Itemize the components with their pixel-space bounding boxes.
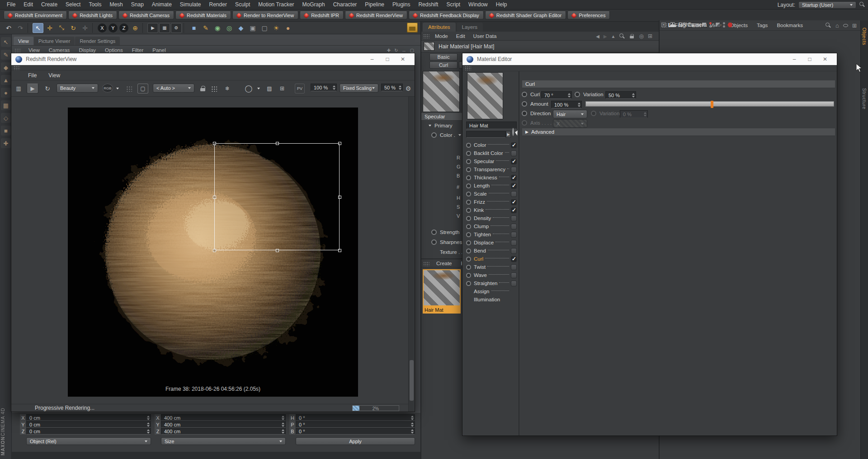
- coordinate-input[interactable]: 0 cm: [26, 428, 151, 435]
- left-tool-diamond[interactable]: ◇: [1, 113, 11, 123]
- grid-icon[interactable]: [210, 84, 218, 94]
- viewport-menu-item[interactable]: Options: [101, 47, 127, 53]
- spinner-icon[interactable]: [410, 415, 415, 421]
- renderview-titlebar[interactable]: Redshift RenderView – □ ✕: [11, 53, 415, 65]
- snapshot-icon[interactable]: ▥: [14, 84, 23, 94]
- curl-radio[interactable]: [522, 92, 527, 97]
- rotate-view-icon[interactable]: ↻: [394, 48, 398, 53]
- circle-overlay-icon[interactable]: ◯: [244, 84, 253, 94]
- menu-item[interactable]: Help: [492, 0, 511, 9]
- redshift-toolbar-button[interactable]: Preferences: [567, 11, 610, 19]
- material-name-field[interactable]: Hair Mat: [466, 122, 517, 129]
- coordinate-input[interactable]: 400 cm: [161, 428, 286, 435]
- attribute-subtab[interactable]: Basic: [429, 53, 458, 61]
- channel-row[interactable]: Color: [462, 141, 519, 149]
- material-thumbnail-hair-mat[interactable]: [423, 269, 461, 306]
- material-preview-thumbnail[interactable]: [423, 71, 460, 112]
- channel-checkbox[interactable]: [511, 281, 517, 286]
- menu-item[interactable]: Mesh: [105, 0, 127, 9]
- channel-row[interactable]: Thickness: [462, 173, 519, 182]
- target-icon[interactable]: ◎: [639, 33, 643, 39]
- object-row[interactable]: + L0 RS Camera: [661, 20, 732, 29]
- render-view-button[interactable]: ▶: [147, 23, 158, 33]
- menu-item[interactable]: Script: [442, 0, 464, 9]
- z-axis-lock-button[interactable]: Z: [119, 23, 128, 33]
- mograph-menu[interactable]: ◉: [212, 23, 223, 33]
- channel-radio[interactable]: [466, 208, 471, 213]
- dither-icon[interactable]: [125, 84, 133, 94]
- left-tool-gem[interactable]: ◆: [1, 62, 11, 72]
- undo-icon[interactable]: ↶: [3, 23, 14, 33]
- marquee-handle[interactable]: [213, 249, 216, 252]
- channel-row[interactable]: Backlit Color: [462, 149, 519, 157]
- pv-icon[interactable]: PV: [295, 84, 305, 94]
- left-tool-pen[interactable]: ✎: [1, 50, 11, 60]
- redshift-tag-icon[interactable]: [727, 23, 732, 28]
- spinner-icon[interactable]: [146, 415, 151, 421]
- viewport-tab[interactable]: Render Settings: [75, 37, 120, 45]
- menu-item[interactable]: Pipeline: [361, 0, 388, 9]
- channel-checkbox[interactable]: [511, 142, 517, 148]
- attributes-menu-item[interactable]: Edit: [453, 33, 469, 39]
- channel-checkbox[interactable]: [511, 248, 517, 254]
- save-scene-button[interactable]: [407, 23, 418, 33]
- parent-up-icon[interactable]: ▲: [611, 34, 616, 39]
- left-tool-prism[interactable]: ▲: [1, 75, 11, 85]
- coordinate-input[interactable]: 0 °: [296, 421, 415, 428]
- marquee-handle[interactable]: [213, 142, 216, 145]
- amount-value-field[interactable]: 100 %: [551, 101, 582, 108]
- redshift-toolbar-button[interactable]: Redshift Cameras: [118, 11, 174, 19]
- menu-item[interactable]: Tools: [85, 0, 105, 9]
- menu-item[interactable]: Plugins: [388, 0, 414, 9]
- channel-row[interactable]: Specular: [462, 157, 519, 165]
- simulate-menu[interactable]: ◎: [224, 23, 235, 33]
- viewport-menu-item[interactable]: View: [24, 47, 44, 53]
- redshift-toolbar-button[interactable]: Redshift Materials: [175, 11, 231, 19]
- left-tool-cube[interactable]: ■: [1, 126, 11, 136]
- restart-render-icon[interactable]: ↻: [43, 84, 52, 94]
- channel-radio[interactable]: [466, 151, 471, 156]
- channel-checkbox[interactable]: [511, 224, 517, 230]
- panel-grip[interactable]: [14, 66, 20, 70]
- overlay-dropdown-icon[interactable]: [256, 84, 261, 94]
- marquee-handle[interactable]: [276, 249, 279, 252]
- spinner-icon[interactable]: [410, 422, 415, 427]
- start-render-button[interactable]: ▶: [27, 84, 38, 94]
- attributes-menu-item[interactable]: User Data: [470, 33, 500, 39]
- render-to-picture-viewer-button[interactable]: ▦: [159, 23, 170, 33]
- aov-dropdown[interactable]: Beauty: [57, 84, 98, 93]
- channel-radio[interactable]: [466, 143, 471, 148]
- coordinate-input[interactable]: 0 cm: [26, 421, 151, 428]
- channel-radio[interactable]: [466, 192, 471, 197]
- snowflake-icon[interactable]: ❄: [223, 84, 231, 94]
- channel-radio[interactable]: [466, 232, 471, 237]
- search-icon[interactable]: [859, 2, 865, 8]
- panel-grip[interactable]: [423, 262, 429, 266]
- search-icon[interactable]: [826, 23, 831, 28]
- render-settings-button[interactable]: ⚙: [171, 23, 182, 33]
- left-tool-sphere[interactable]: ●: [1, 88, 11, 98]
- object-manager-menu-item[interactable]: Tags: [753, 23, 772, 28]
- redshift-toolbar-button[interactable]: Redshift Lights: [68, 11, 117, 19]
- channel-row[interactable]: Straighten: [462, 279, 519, 287]
- channel-row[interactable]: Illumination: [462, 295, 519, 304]
- material-editor-titlebar[interactable]: Material Editor – □ ✕: [462, 53, 837, 65]
- coordinate-input[interactable]: 0 °: [296, 414, 415, 421]
- camera-menu[interactable]: ▢: [259, 23, 270, 33]
- spinner-icon[interactable]: [281, 428, 285, 434]
- size-mode-dropdown[interactable]: Size: [161, 437, 286, 445]
- pan-view-icon[interactable]: ✚: [387, 48, 391, 53]
- menu-item[interactable]: MoGraph: [298, 0, 329, 9]
- zoom-view-icon[interactable]: ↔: [402, 48, 406, 53]
- channel-row[interactable]: Displace: [462, 239, 519, 247]
- channel-radio[interactable]: [466, 167, 471, 172]
- rgb-channel-button[interactable]: RGB: [102, 84, 113, 93]
- channel-row[interactable]: Transparency: [462, 165, 519, 173]
- coordinate-input[interactable]: 0 °: [296, 428, 415, 435]
- menu-item[interactable]: Redshift: [414, 0, 442, 9]
- live-selection-tool[interactable]: ↖: [33, 23, 43, 33]
- channel-row[interactable]: Curl: [462, 255, 519, 263]
- channel-row[interactable]: Twist: [462, 263, 519, 271]
- attribute-subtab[interactable]: Curl: [429, 61, 458, 69]
- visibility-dots[interactable]: [723, 22, 725, 28]
